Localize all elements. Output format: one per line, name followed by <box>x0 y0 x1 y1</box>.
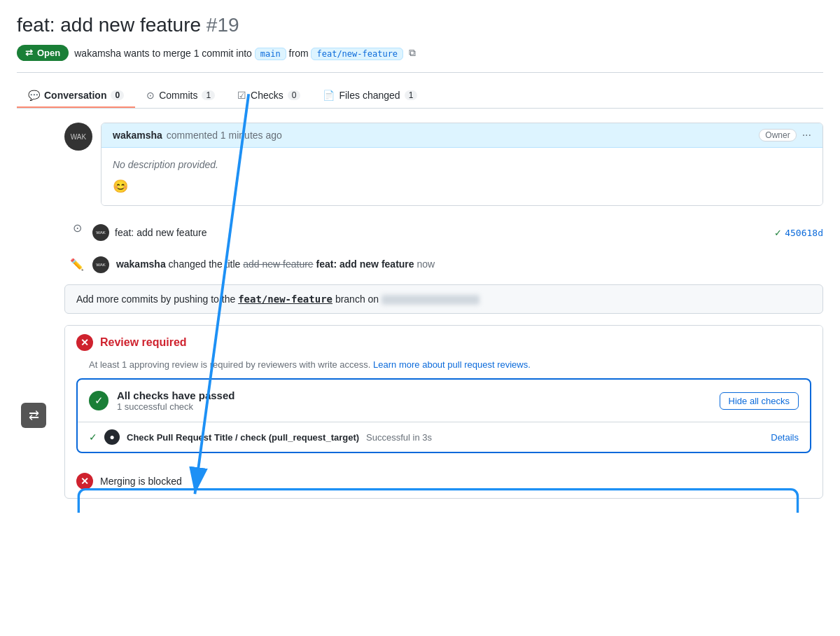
commit-row-left: WAK feat: add new feature <box>92 224 207 241</box>
timeline-commit: ⊙ WAK feat: add new feature ✓ 450618d <box>64 220 823 245</box>
title-change-text: wakamsha changed the title add new featu… <box>116 258 435 270</box>
tab-files-label: Files changed <box>339 90 400 101</box>
pr-title: feat: add new feature #19 <box>17 14 823 36</box>
pr-number: #19 <box>206 14 239 36</box>
checks-header: ✓ All checks have passed 1 successful ch… <box>78 380 810 422</box>
check-item-name: Check Pull Request Title / check (pull_r… <box>127 432 359 443</box>
comment-body: No description provided. 😊 <box>102 148 822 205</box>
info-bar-text2: branch on <box>335 293 379 305</box>
info-bar: Add more commits by pushing to the feat/… <box>64 284 823 314</box>
commit-check-icon: ✓ <box>774 228 782 238</box>
commit-message: feat: add new feature <box>115 227 207 238</box>
gitea-icon[interactable]: ⇄ <box>21 403 46 428</box>
pr-meta-text: wakamsha wants to merge 1 commit into ma… <box>74 48 403 59</box>
merge-icon: ⇄ <box>25 48 33 58</box>
comment-header: wakamsha commented 1 minutes ago Owner ·… <box>102 123 822 148</box>
title-change-avatar: WAK <box>92 256 109 273</box>
commit-avatar: WAK <box>92 224 109 241</box>
check-item-details-link[interactable]: Details <box>771 432 799 443</box>
owner-badge: Owner <box>759 129 796 141</box>
checks-icon: ☑ <box>237 90 246 101</box>
review-section: ✕ Review required At least 1 approving r… <box>64 325 823 499</box>
check-item: ✓ ● Check Pull Request Title / check (pu… <box>78 422 810 452</box>
tab-conversation[interactable]: 💬 Conversation 0 <box>17 84 135 108</box>
merge-blocked-label: Merging is blocked <box>100 476 182 487</box>
check-item-status: Successful in 3s <box>366 432 432 443</box>
commit-row: WAK feat: add new feature ✓ 450618d <box>92 220 823 245</box>
pr-desc: wants to merge 1 commit into <box>124 48 252 59</box>
merge-blocked-row: ✕ Merging is blocked <box>65 464 822 498</box>
tab-conversation-count: 0 <box>111 90 124 100</box>
tab-commits[interactable]: ⊙ Commits 1 <box>135 84 226 108</box>
comment-header-left: wakamsha commented 1 minutes ago <box>113 130 282 141</box>
more-options-button[interactable]: ··· <box>802 129 811 141</box>
review-description: At least 1 approving review is required … <box>89 359 822 378</box>
title-change-content: WAK wakamsha changed the title add new f… <box>92 256 823 273</box>
commit-hash[interactable]: 450618d <box>785 228 823 238</box>
source-branch[interactable]: feat/new-feature <box>311 48 403 60</box>
check-item-gh-icon: ● <box>104 429 120 445</box>
timeline-title-change: ✏️ WAK wakamsha changed the title add ne… <box>64 256 823 273</box>
pr-author: wakamsha <box>74 48 121 59</box>
tab-files-changed[interactable]: 📄 Files changed 1 <box>312 84 428 108</box>
checks-title: All checks have passed <box>117 389 234 401</box>
tab-checks-count: 0 <box>288 90 301 100</box>
checks-title-area: All checks have passed 1 successful chec… <box>117 389 234 412</box>
commit-hash-area: ✓ 450618d <box>774 227 823 238</box>
title-change-action: changed the title <box>169 258 241 270</box>
open-badge: ⇄ Open <box>17 45 69 61</box>
tab-checks-label: Checks <box>251 90 284 101</box>
tab-commits-count: 1 <box>202 90 215 100</box>
copy-icon[interactable]: ⧉ <box>409 47 416 59</box>
tabs-bar: 💬 Conversation 0 ⊙ Commits 1 ☑ Checks 0 … <box>17 84 823 109</box>
review-title: Review required <box>100 336 187 349</box>
commits-icon: ⊙ <box>146 90 155 101</box>
review-learn-more-link[interactable]: Learn more about pull request reviews. <box>373 359 531 370</box>
title-change-new: feat: add new feature <box>316 258 414 270</box>
tab-files-count: 1 <box>405 90 418 100</box>
check-pass-icon: ✓ <box>89 391 108 410</box>
info-bar-branch[interactable]: feat/new-feature <box>238 293 332 305</box>
edit-icon: ✏️ <box>70 258 84 271</box>
comment-author: wakamsha <box>113 130 162 141</box>
checks-box: ✓ All checks have passed 1 successful ch… <box>76 378 811 453</box>
comment-card: wakamsha commented 1 minutes ago Owner ·… <box>101 123 823 206</box>
left-sidebar: ⇄ <box>17 123 50 499</box>
comment-time: commented 1 minutes ago <box>167 130 282 141</box>
merge-blocked-icon: ✕ <box>76 473 93 490</box>
review-header: ✕ Review required <box>65 326 822 359</box>
comment-body-text: No description provided. <box>113 159 811 170</box>
info-bar-text: Add more commits by pushing to the <box>76 293 235 305</box>
title-change-author: wakamsha <box>116 258 166 270</box>
tab-checks[interactable]: ☑ Checks 0 <box>226 84 312 108</box>
check-item-check-icon: ✓ <box>89 431 97 443</box>
target-branch[interactable]: main <box>255 48 286 60</box>
badge-label: Open <box>37 48 60 58</box>
review-desc-text: At least 1 approving review is required … <box>89 359 370 370</box>
emoji-button[interactable]: 😊 <box>113 179 128 193</box>
conversation-icon: 💬 <box>28 90 40 101</box>
check-item-left: ✓ ● Check Pull Request Title / check (pu… <box>89 429 432 445</box>
checks-header-left: ✓ All checks have passed 1 successful ch… <box>89 389 234 412</box>
review-x-icon: ✕ <box>76 334 93 351</box>
comment-section: WAK wakamsha commented 1 minutes ago Own… <box>64 123 823 206</box>
comment-header-right: Owner ··· <box>759 129 811 141</box>
pr-title-text: feat: add new feature <box>17 14 201 36</box>
main-content: ⇄ WAK wakamsha commented 1 minutes ago O <box>17 123 823 499</box>
avatar: WAK <box>64 123 92 151</box>
files-icon: 📄 <box>323 90 335 101</box>
checks-subtitle: 1 successful check <box>117 401 234 412</box>
tab-conversation-label: Conversation <box>44 90 106 101</box>
tab-commits-label: Commits <box>159 90 197 101</box>
timeline-commit-content: WAK feat: add new feature ✓ 450618d <box>92 220 823 245</box>
pr-meta-bar: ⇄ Open wakamsha wants to merge 1 commit … <box>17 45 823 73</box>
title-change-time: now <box>416 258 435 270</box>
commit-icon: ⊙ <box>70 221 84 235</box>
blurred-url <box>382 295 479 305</box>
github-logo: ● <box>109 432 114 442</box>
hide-all-checks-button[interactable]: Hide all checks <box>720 392 799 410</box>
title-change-old: add new feature <box>243 258 313 270</box>
content-area: WAK wakamsha commented 1 minutes ago Own… <box>64 123 823 499</box>
